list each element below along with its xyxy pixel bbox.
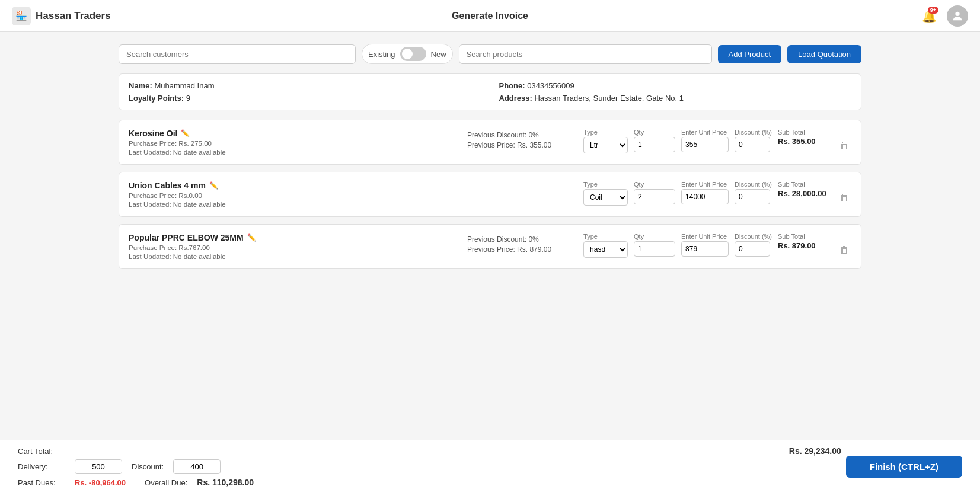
product-name: Kerosine Oil ✏️ (129, 129, 458, 138)
unit-price-label: Enter Unit Price (681, 233, 729, 240)
subtotal-value: Rs. 879.00 (778, 241, 831, 250)
discount-input[interactable] (735, 189, 770, 204)
toggle-switch-button[interactable] (400, 47, 426, 61)
products-container: Kerosine Oil ✏️ Purchase Price: Rs. 275.… (119, 120, 861, 269)
main-content: Existing New Add Product Load Quotation … (0, 32, 980, 422)
product-last-updated: Last Updated: No date available (129, 149, 458, 156)
type-select[interactable]: LtrKgPcs (583, 137, 628, 153)
product-row: Union Cables 4 mm ✏️ Purchase Price: Rs.… (119, 172, 861, 217)
product-last-updated: Last Updated: No date available (129, 253, 458, 260)
unit-price-label: Enter Unit Price (681, 129, 729, 136)
product-controls: Type hasdPcs Qty Enter Unit Price Discou… (583, 233, 851, 258)
customer-phone: Phone: 03434556009 (499, 81, 852, 90)
prev-price: Previous Price: Rs. 879.00 (467, 245, 574, 254)
unit-price-label: Enter Unit Price (681, 181, 729, 188)
subtotal-label: Sub Total (778, 233, 831, 240)
discount-label: Discount (%) (735, 129, 772, 136)
product-name: Popular PPRC ELBOW 25MM ✏️ (129, 233, 458, 242)
product-controls: Type CoilMtrPcs Qty Enter Unit Price Dis… (583, 181, 851, 206)
product-pricing: Previous Discount: 0% Previous Price: Rs… (467, 233, 574, 254)
notification-badge: 9+ (928, 7, 938, 14)
product-info: Union Cables 4 mm ✏️ Purchase Price: Rs.… (129, 181, 458, 208)
discount-input[interactable] (735, 241, 770, 257)
product-purchase-price: Purchase Price: Rs.0.00 (129, 192, 458, 199)
product-info: Kerosine Oil ✏️ Purchase Price: Rs. 275.… (129, 129, 458, 156)
unit-price-group: Enter Unit Price (681, 181, 729, 204)
type-select[interactable]: CoilMtrPcs (583, 189, 628, 206)
header-actions: 🔔 9+ (918, 5, 968, 27)
customer-card: Name: Muhammad Inam Phone: 03434556009 L… (119, 73, 861, 110)
logo-icon: 🏪 (12, 7, 31, 25)
discount-group: Discount (%) (735, 181, 772, 204)
qty-group: Qty (634, 129, 675, 152)
qty-input[interactable] (634, 137, 675, 152)
qty-label: Qty (634, 129, 675, 136)
discount-group: Discount (%) (735, 233, 772, 257)
edit-icon[interactable]: ✏️ (209, 181, 218, 190)
type-group: Type hasdPcs (583, 233, 628, 258)
delete-product-button[interactable]: 🗑 (837, 138, 851, 153)
page-title: Generate Invoice (452, 11, 528, 21)
new-label: New (431, 50, 446, 59)
prev-discount: Previous Discount: 0% (467, 235, 574, 244)
product-name: Union Cables 4 mm ✏️ (129, 181, 458, 190)
discount-label: Discount (%) (735, 233, 772, 240)
subtotal-group: Sub Total Rs. 355.00 (778, 129, 831, 146)
qty-input[interactable] (634, 241, 675, 257)
qty-input[interactable] (634, 189, 675, 204)
product-controls: Type LtrKgPcs Qty Enter Unit Price Disco… (583, 129, 851, 153)
subtotal-group: Sub Total Rs. 879.00 (778, 233, 831, 250)
product-row: Kerosine Oil ✏️ Purchase Price: Rs. 275.… (119, 120, 861, 165)
type-label: Type (583, 181, 628, 188)
unit-price-input[interactable] (681, 137, 729, 152)
add-product-button[interactable]: Add Product (718, 45, 782, 63)
subtotal-value: Rs. 28,000.00 (778, 189, 831, 198)
type-label: Type (583, 233, 628, 240)
unit-price-group: Enter Unit Price (681, 233, 729, 257)
qty-label: Qty (634, 181, 675, 188)
customer-loyalty: Loyalty Points: 9 (129, 94, 481, 103)
unit-price-input[interactable] (681, 189, 729, 204)
edit-icon[interactable]: ✏️ (181, 129, 190, 137)
existing-label: Existing (368, 50, 395, 59)
header: 🏪 Hassan Traders Generate Invoice 🔔 9+ (0, 0, 980, 32)
subtotal-label: Sub Total (778, 129, 831, 136)
customer-name: Name: Muhammad Inam (129, 81, 481, 90)
delete-product-button[interactable]: 🗑 (837, 242, 851, 258)
qty-group: Qty (634, 181, 675, 204)
product-last-updated: Last Updated: No date available (129, 201, 458, 208)
product-purchase-price: Purchase Price: Rs.767.00 (129, 244, 458, 251)
load-quotation-button[interactable]: Load Quotation (787, 45, 861, 63)
type-group: Type LtrKgPcs (583, 129, 628, 153)
avatar[interactable] (947, 5, 968, 27)
subtotal-value: Rs. 355.00 (778, 137, 831, 146)
company-name: Hassan Traders (36, 10, 111, 22)
qty-group: Qty (634, 233, 675, 257)
search-customers-input[interactable] (119, 44, 356, 64)
delete-product-button[interactable]: 🗑 (837, 190, 851, 206)
subtotal-label: Sub Total (778, 181, 831, 188)
customer-type-toggle: Existing New (362, 44, 453, 64)
unit-price-group: Enter Unit Price (681, 129, 729, 152)
type-select[interactable]: hasdPcs (583, 241, 628, 258)
type-group: Type CoilMtrPcs (583, 181, 628, 206)
qty-label: Qty (634, 233, 675, 240)
unit-price-input[interactable] (681, 241, 729, 257)
product-purchase-price: Purchase Price: Rs. 275.00 (129, 140, 458, 147)
product-info: Popular PPRC ELBOW 25MM ✏️ Purchase Pric… (129, 233, 458, 260)
product-pricing: Previous Discount: 0% Previous Price: Rs… (467, 129, 574, 149)
type-label: Type (583, 129, 628, 136)
discount-input[interactable] (735, 137, 770, 152)
notification-button[interactable]: 🔔 9+ (918, 5, 940, 27)
search-products-input[interactable] (459, 44, 712, 64)
edit-icon[interactable]: ✏️ (247, 233, 256, 242)
company-logo: 🏪 Hassan Traders (12, 7, 111, 25)
subtotal-group: Sub Total Rs. 28,000.00 (778, 181, 831, 198)
prev-price: Previous Price: Rs. 355.00 (467, 141, 574, 149)
discount-label: Discount (%) (735, 181, 772, 188)
discount-group: Discount (%) (735, 129, 772, 152)
top-bar: Existing New Add Product Load Quotation (119, 44, 861, 64)
prev-discount: Previous Discount: 0% (467, 131, 574, 139)
product-row: Popular PPRC ELBOW 25MM ✏️ Purchase Pric… (119, 224, 861, 269)
svg-point-0 (955, 11, 959, 15)
